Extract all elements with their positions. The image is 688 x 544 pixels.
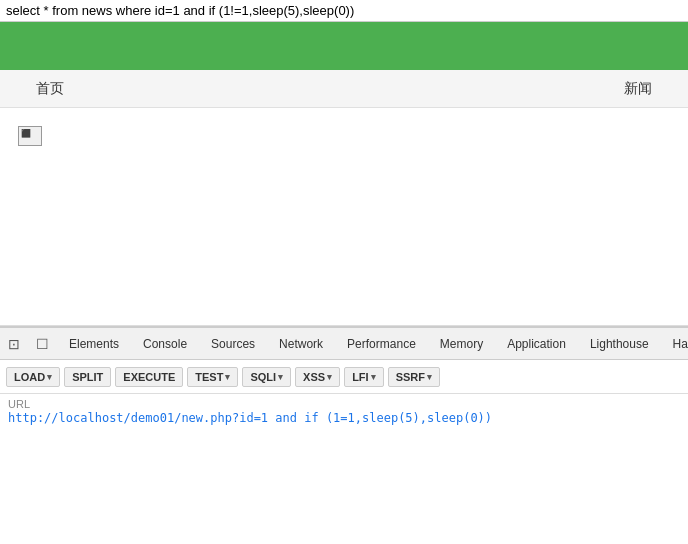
sql-bar: select * from news where id=1 and if (1!… [0, 0, 688, 22]
url-value: http://localhost/demo01/new.php?id=1 and… [8, 411, 680, 425]
url-section: URL http://localhost/demo01/new.php?id=1… [0, 394, 688, 484]
broken-image [18, 126, 42, 146]
tab-lighthouse[interactable]: Lighthouse [578, 328, 661, 360]
split-label: SPLIT [72, 371, 103, 383]
xss-label: XSS [303, 371, 325, 383]
load-arrow: ▾ [47, 372, 52, 382]
lfi-arrow: ▾ [371, 372, 376, 382]
devtools-icon-2[interactable]: ☐ [28, 336, 57, 352]
ssrf-arrow: ▾ [427, 372, 432, 382]
sqli-arrow: ▾ [278, 372, 283, 382]
load-label: LOAD [14, 371, 45, 383]
nav-bar: 首页 新闻 [0, 70, 688, 108]
execute-button[interactable]: EXECUTE [115, 367, 183, 387]
test-button[interactable]: TEST ▾ [187, 367, 238, 387]
test-arrow: ▾ [225, 372, 230, 382]
nav-news[interactable]: 新闻 [608, 80, 668, 98]
sqli-button[interactable]: SQLI ▾ [242, 367, 291, 387]
green-header [0, 22, 688, 70]
tab-performance[interactable]: Performance [335, 328, 428, 360]
tab-ha[interactable]: Ha [661, 328, 688, 360]
test-label: TEST [195, 371, 223, 383]
url-label: URL [8, 398, 680, 410]
tab-sources[interactable]: Sources [199, 328, 267, 360]
sql-text: select * from news where id=1 and if (1!… [6, 3, 354, 18]
split-button[interactable]: SPLIT [64, 367, 111, 387]
xss-button[interactable]: XSS ▾ [295, 367, 340, 387]
devtools-tabs-bar: ⊡ ☐ Elements Console Sources Network Per… [0, 328, 688, 360]
sqli-label: SQLI [250, 371, 276, 383]
tab-elements[interactable]: Elements [57, 328, 131, 360]
lfi-button[interactable]: LFI ▾ [344, 367, 384, 387]
tab-memory[interactable]: Memory [428, 328, 495, 360]
ssrf-label: SSRF [396, 371, 425, 383]
toolbar-row: LOAD ▾ SPLIT EXECUTE TEST ▾ SQLI ▾ XSS ▾… [0, 360, 688, 394]
tab-application[interactable]: Application [495, 328, 578, 360]
tab-network[interactable]: Network [267, 328, 335, 360]
devtools-panel: ⊡ ☐ Elements Console Sources Network Per… [0, 326, 688, 484]
content-area [0, 108, 688, 326]
execute-label: EXECUTE [123, 371, 175, 383]
lfi-label: LFI [352, 371, 369, 383]
ssrf-button[interactable]: SSRF ▾ [388, 367, 440, 387]
nav-home[interactable]: 首页 [20, 80, 80, 98]
tab-console[interactable]: Console [131, 328, 199, 360]
load-button[interactable]: LOAD ▾ [6, 367, 60, 387]
devtools-icon-1[interactable]: ⊡ [0, 336, 28, 352]
xss-arrow: ▾ [327, 372, 332, 382]
